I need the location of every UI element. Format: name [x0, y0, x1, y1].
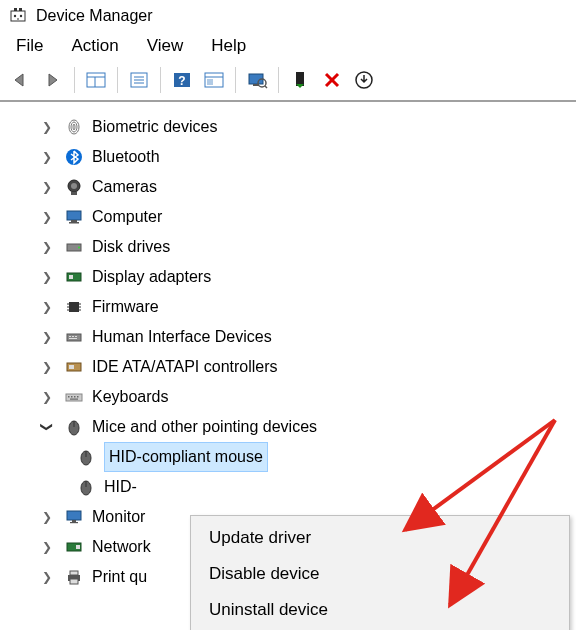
firmware-icon	[64, 297, 84, 317]
tree-node-hid-mouse-1[interactable]: HID-compliant mouse	[10, 442, 576, 472]
device-manager-icon	[8, 6, 28, 26]
chevron-right-icon[interactable]: ❯	[38, 387, 56, 407]
svg-text:?: ?	[178, 74, 185, 88]
chevron-down-icon[interactable]: ❯	[37, 418, 57, 436]
tree-node-label: Human Interface Devices	[92, 323, 272, 350]
svg-rect-40	[69, 302, 79, 312]
svg-line-21	[265, 86, 267, 88]
tree-node-cameras[interactable]: ❯ Cameras	[10, 172, 576, 202]
title-bar: Device Manager	[0, 0, 576, 30]
tree-node-label: Bluetooth	[92, 143, 160, 170]
chevron-right-icon[interactable]: ❯	[38, 267, 56, 287]
tree-node-label: Print qu	[92, 563, 147, 590]
window-title: Device Manager	[36, 7, 153, 25]
svg-point-31	[71, 183, 77, 189]
tree-node-label: Computer	[92, 203, 162, 230]
svg-rect-6	[87, 73, 105, 87]
svg-point-3	[14, 15, 16, 17]
tree-node-biometric[interactable]: ❯ Biometric devices	[10, 112, 576, 142]
svg-rect-53	[69, 365, 74, 369]
chevron-right-icon[interactable]: ❯	[38, 537, 56, 557]
svg-rect-48	[69, 336, 71, 337]
action-list-button[interactable]	[199, 66, 229, 94]
chevron-right-icon[interactable]: ❯	[38, 147, 56, 167]
tree-node-mice[interactable]: ❯ Mice and other pointing devices	[10, 412, 576, 442]
tree-node-hid-mouse-2[interactable]: HID-	[10, 472, 576, 502]
tree-node-computer[interactable]: ❯ Computer	[10, 202, 576, 232]
tree-node-ide[interactable]: ❯ IDE ATA/ATAPI controllers	[10, 352, 576, 382]
tree-node-hid[interactable]: ❯ Human Interface Devices	[10, 322, 576, 352]
chevron-right-icon[interactable]: ❯	[38, 567, 56, 587]
tree-node-label: HID-	[104, 473, 137, 500]
svg-rect-70	[76, 545, 80, 549]
svg-rect-68	[70, 522, 78, 523]
tree-node-disk-drives[interactable]: ❯ Disk drives	[10, 232, 576, 262]
enable-device-button[interactable]	[285, 66, 315, 94]
svg-point-37	[78, 247, 80, 249]
svg-rect-33	[67, 211, 81, 220]
uninstall-device-button[interactable]	[317, 66, 347, 94]
svg-rect-56	[71, 396, 73, 398]
menu-action[interactable]: Action	[71, 36, 118, 56]
svg-rect-34	[71, 220, 77, 222]
scan-hardware-button[interactable]	[242, 66, 272, 94]
help-button[interactable]: ?	[167, 66, 197, 94]
tree-node-label: Firmware	[92, 293, 159, 320]
svg-rect-59	[70, 399, 78, 400]
svg-rect-55	[68, 396, 70, 398]
keyboard-icon	[64, 387, 84, 407]
chevron-right-icon[interactable]: ❯	[38, 327, 56, 347]
chevron-right-icon[interactable]: ❯	[38, 117, 56, 137]
network-icon	[64, 537, 84, 557]
tree-node-display-adapters[interactable]: ❯ Display adapters	[10, 262, 576, 292]
chevron-right-icon[interactable]: ❯	[38, 297, 56, 317]
tree-node-label: IDE ATA/ATAPI controllers	[92, 353, 278, 380]
svg-rect-49	[72, 336, 74, 337]
chevron-right-icon[interactable]: ❯	[38, 237, 56, 257]
tree-node-label: HID-compliant mouse	[104, 442, 268, 471]
svg-rect-17	[207, 79, 213, 85]
ide-icon	[64, 357, 84, 377]
computer-icon	[64, 207, 84, 227]
hid-icon	[64, 327, 84, 347]
properties-button[interactable]	[124, 66, 154, 94]
ctx-uninstall-device[interactable]: Uninstall device	[191, 592, 569, 628]
chevron-right-icon[interactable]: ❯	[38, 177, 56, 197]
menu-file[interactable]: File	[16, 36, 43, 56]
chevron-right-icon[interactable]: ❯	[38, 357, 56, 377]
svg-rect-32	[71, 192, 77, 195]
tree-node-keyboards[interactable]: ❯ Keyboards	[10, 382, 576, 412]
camera-icon	[64, 177, 84, 197]
ctx-disable-device[interactable]: Disable device	[191, 556, 569, 592]
menu-view[interactable]: View	[147, 36, 184, 56]
back-button[interactable]	[6, 66, 36, 94]
tree-node-firmware[interactable]: ❯ Firmware	[10, 292, 576, 322]
toolbar-separator	[235, 67, 236, 93]
tree-node-label: Biometric devices	[92, 113, 217, 140]
toolbar-separator	[74, 67, 75, 93]
svg-rect-22	[296, 72, 304, 86]
mouse-icon	[76, 477, 96, 497]
chevron-right-icon[interactable]: ❯	[38, 507, 56, 527]
toolbar-separator	[278, 67, 279, 93]
ctx-update-driver[interactable]: Update driver	[191, 520, 569, 556]
chevron-right-icon[interactable]: ❯	[38, 207, 56, 227]
menu-help[interactable]: Help	[211, 36, 246, 56]
show-hide-console-tree-button[interactable]	[81, 66, 111, 94]
svg-point-28	[73, 124, 75, 130]
svg-rect-1	[14, 8, 17, 11]
tree-node-label: Network	[92, 533, 151, 560]
bluetooth-icon	[64, 147, 84, 167]
svg-rect-67	[72, 520, 76, 522]
update-driver-button[interactable]	[349, 66, 379, 94]
svg-rect-72	[70, 571, 78, 575]
forward-button[interactable]	[38, 66, 68, 94]
context-menu: Update driver Disable device Uninstall d…	[190, 515, 570, 630]
svg-point-4	[20, 15, 22, 17]
menu-bar: File Action View Help	[0, 30, 576, 62]
toolbar-separator	[117, 67, 118, 93]
tree-node-bluetooth[interactable]: ❯ Bluetooth	[10, 142, 576, 172]
disk-icon	[64, 237, 84, 257]
biometric-icon	[64, 117, 84, 137]
svg-rect-47	[67, 334, 81, 341]
